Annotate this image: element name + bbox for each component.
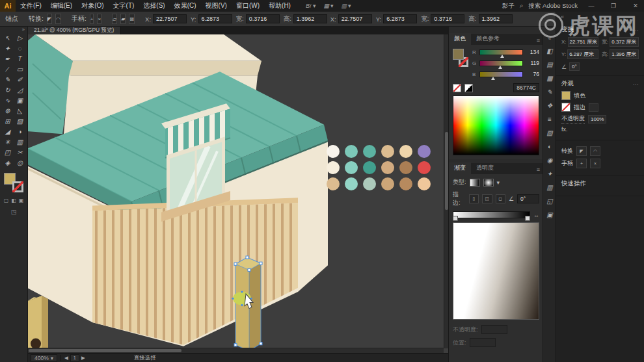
panel-menu-icon[interactable]: ≡ bbox=[533, 166, 543, 174]
handle-option-icon[interactable]: + bbox=[90, 14, 94, 24]
color-swatch[interactable] bbox=[345, 161, 358, 174]
color-swatch[interactable] bbox=[381, 161, 394, 174]
stroke-panel-icon[interactable]: ≡ bbox=[545, 114, 555, 123]
value-input[interactable]: 0.3716 bbox=[246, 14, 280, 23]
layers-panel-icon[interactable]: ▥ bbox=[545, 183, 555, 192]
gradient-slider[interactable] bbox=[453, 211, 530, 218]
pencil-tool[interactable]: ✐ bbox=[14, 74, 26, 84]
handle-option-icon[interactable]: + bbox=[576, 159, 587, 168]
app-logo[interactable]: Ai bbox=[0, 0, 16, 12]
w-value-input[interactable]: 0.372 厘米 bbox=[610, 37, 639, 47]
handle-option-icon[interactable]: × bbox=[590, 159, 600, 168]
color-swatch[interactable] bbox=[418, 177, 431, 190]
arrange-documents-icon[interactable]: ▦▾ bbox=[323, 3, 333, 9]
menu-item[interactable]: 选择(S) bbox=[139, 0, 169, 12]
stock-search-label[interactable]: 搜索 Adobe Stock bbox=[528, 2, 578, 10]
horizontal-scrollbar[interactable] bbox=[27, 348, 444, 353]
tab-transparency[interactable]: 透明度 bbox=[471, 162, 499, 174]
document-tab[interactable]: 21.ai* @ 400% (RGB/GPU 预览) bbox=[27, 26, 121, 34]
convert-anchor-icon[interactable]: ◤ bbox=[47, 14, 52, 24]
menu-item[interactable]: 效果(C) bbox=[170, 0, 201, 12]
color-swatch[interactable] bbox=[399, 145, 412, 158]
value-input[interactable]: 22.7507 bbox=[153, 14, 187, 23]
expand-panels-icon[interactable]: « bbox=[548, 36, 551, 42]
black-white-swatch[interactable] bbox=[464, 84, 473, 92]
mesh-tool[interactable]: ⊞ bbox=[1, 116, 14, 126]
channel-slider[interactable] bbox=[479, 71, 523, 77]
gradient-angle-field[interactable]: 0° bbox=[517, 194, 539, 203]
column-graph-tool[interactable]: ▥ bbox=[14, 136, 26, 147]
color-spectrum[interactable] bbox=[453, 96, 539, 155]
value-input[interactable]: 22.7507 bbox=[338, 14, 372, 23]
more-options-icon[interactable]: … bbox=[633, 79, 639, 88]
color-swatch[interactable] bbox=[381, 145, 394, 158]
convert-anchor-icon[interactable]: ◠ bbox=[590, 146, 600, 156]
tab-color-guide[interactable]: 颜色参考 bbox=[471, 33, 505, 45]
canvas[interactable] bbox=[27, 34, 449, 353]
value-input[interactable]: 1.3962 bbox=[479, 14, 513, 23]
color-swatch[interactable] bbox=[418, 145, 431, 158]
eyedropper-tool[interactable]: ◢ bbox=[1, 126, 14, 136]
gradient-stroke-icon[interactable]: ◫ bbox=[482, 194, 492, 203]
panel-menu-icon[interactable]: ≡ bbox=[533, 37, 543, 45]
fill-proxy-swatch[interactable] bbox=[453, 49, 464, 60]
document-layout-icon[interactable]: ▥▾ bbox=[342, 3, 351, 9]
menu-item[interactable]: 文字(T) bbox=[109, 0, 139, 12]
collapse-panel-icon[interactable]: « bbox=[561, 14, 564, 20]
color-swatch[interactable] bbox=[399, 177, 412, 190]
tab-gradient[interactable]: 渐变 bbox=[449, 162, 471, 174]
draw-mode-icon[interactable]: ▣ bbox=[19, 198, 24, 203]
scrollbar-thumb[interactable] bbox=[29, 349, 181, 352]
y-value-input[interactable]: 6.287 厘米 bbox=[567, 49, 598, 59]
appearance-panel-icon[interactable]: ◉ bbox=[545, 155, 555, 164]
color-swatch[interactable] bbox=[327, 161, 340, 174]
color-swatch[interactable] bbox=[399, 161, 412, 174]
slider-thumb[interactable] bbox=[491, 77, 495, 80]
pen-tool[interactable]: ✒ bbox=[1, 53, 14, 64]
gradient-stroke-icon[interactable]: ◻ bbox=[496, 194, 505, 203]
stroke-swatch[interactable] bbox=[12, 181, 23, 192]
color-guide-panel-icon[interactable]: ▤ bbox=[545, 60, 555, 69]
magic-wand-tool[interactable]: ✦ bbox=[1, 43, 14, 53]
zoom-control[interactable]: 400% ▾ bbox=[31, 354, 57, 362]
slice-tool[interactable]: ✂ bbox=[14, 147, 26, 157]
shape-builder-tool[interactable]: ⊕ bbox=[1, 105, 14, 116]
fill-color-swatch[interactable] bbox=[561, 91, 570, 100]
gradient-panel-icon[interactable]: ▧ bbox=[545, 128, 555, 137]
color-swatch[interactable] bbox=[345, 145, 358, 158]
stroke-color-swatch[interactable] bbox=[561, 103, 570, 112]
screen-mode-icon[interactable]: ◳ bbox=[11, 209, 17, 215]
lasso-tool[interactable]: ◌ bbox=[14, 43, 26, 53]
convert-anchor-icon[interactable]: ◠ bbox=[55, 14, 61, 24]
bridge-icon[interactable]: Br▾ bbox=[306, 3, 316, 9]
artboard-number[interactable]: 1 bbox=[70, 354, 79, 362]
slider-thumb[interactable] bbox=[498, 66, 502, 69]
chevron-down-icon[interactable]: ▾ bbox=[497, 179, 500, 186]
channel-slider[interactable] bbox=[479, 60, 523, 66]
zoom-tool[interactable]: ◎ bbox=[14, 157, 26, 168]
color-swatch[interactable] bbox=[381, 177, 394, 190]
menu-item[interactable]: 对象(O) bbox=[77, 0, 108, 12]
opacity-label[interactable]: 不透明度 bbox=[561, 114, 585, 123]
free-transform-tool[interactable]: ▣ bbox=[14, 95, 26, 105]
channel-value[interactable]: 119 bbox=[526, 60, 539, 66]
graphic-styles-panel-icon[interactable]: ✦ bbox=[545, 169, 555, 178]
none-swatch[interactable] bbox=[453, 84, 461, 92]
next-artboard-button[interactable]: ▶ bbox=[81, 355, 85, 361]
selection-tool[interactable]: ↖ bbox=[1, 32, 14, 43]
menu-item[interactable]: 窗口(W) bbox=[232, 0, 264, 12]
h-value-input[interactable]: 1.396 厘米 bbox=[610, 49, 639, 59]
linear-gradient-chip[interactable] bbox=[470, 179, 480, 187]
color-swatch[interactable] bbox=[327, 145, 340, 158]
selected-object-pillar[interactable] bbox=[232, 256, 262, 352]
handle-option-icon[interactable]: × bbox=[97, 14, 101, 24]
libraries-panel-icon[interactable]: ▣ bbox=[545, 210, 555, 219]
rectangle-tool[interactable]: ▭ bbox=[14, 64, 26, 74]
symbol-sprayer-tool[interactable]: ✳ bbox=[1, 136, 14, 147]
x-value-input[interactable]: 22.751 厘米 bbox=[568, 37, 598, 47]
value-input[interactable]: 0.3716 bbox=[431, 14, 464, 23]
paintbrush-tool[interactable]: ✎ bbox=[1, 74, 14, 84]
tab-color[interactable]: 颜色 bbox=[449, 33, 471, 45]
artboards-panel-icon[interactable]: ◱ bbox=[545, 196, 555, 205]
color-swatch[interactable] bbox=[418, 161, 431, 174]
